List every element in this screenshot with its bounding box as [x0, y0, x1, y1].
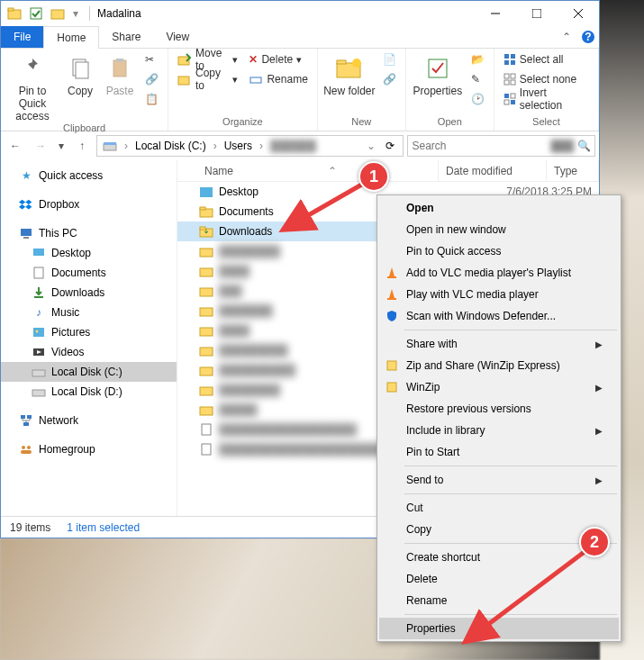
maximize-button[interactable] [516, 1, 558, 26]
ctx-delete[interactable]: Delete [379, 568, 619, 590]
move-to-button[interactable]: Move to ▾ [174, 50, 241, 68]
history-button[interactable]: 🕑 [467, 90, 488, 108]
search-box[interactable]: ███ 🔍 [407, 135, 595, 157]
folder-icon [199, 383, 213, 397]
easy-access-button[interactable]: 🔗 [379, 70, 400, 88]
navitem-quick-access[interactable]: ★Quick access [1, 166, 177, 185]
column-date[interactable]: Date modified [439, 160, 547, 181]
forward-button[interactable]: → [30, 135, 51, 157]
crumb-users[interactable]: Users [221, 136, 256, 156]
select-none-button[interactable]: Select none [500, 70, 593, 88]
tab-home[interactable]: Home [43, 26, 99, 49]
ctx-share-with[interactable]: Share with▶ [379, 333, 619, 355]
ctx-defender[interactable]: Scan with Windows Defender... [379, 305, 619, 327]
navitem-local-disk-c[interactable]: Local Disk (C:) [1, 362, 177, 382]
ribbon-group-open: Properties 📂 ✎ 🕑 Open [406, 49, 494, 131]
new-folder-button[interactable]: New folder [323, 50, 376, 97]
address-bar[interactable]: › Local Disk (C:) › Users › ██████ ⌄ ⟳ [96, 135, 404, 157]
ctx-restore[interactable]: Restore previous versions [379, 398, 619, 420]
qat-properties-icon[interactable] [28, 5, 44, 22]
paste-shortcut-button[interactable]: 📋 [141, 90, 162, 108]
ctx-include-library[interactable]: Include in library▶ [379, 420, 619, 441]
invert-selection-button[interactable]: Invert selection [500, 90, 593, 108]
qat-explorer-icon[interactable] [6, 5, 23, 22]
drive-icon[interactable] [99, 136, 121, 156]
ctx-cut[interactable]: Cut [379, 497, 619, 519]
qat-newfolder-icon[interactable] [50, 5, 66, 22]
ctx-properties[interactable]: Properties [379, 618, 619, 639]
chevron-right-icon[interactable]: › [212, 140, 219, 152]
tab-view[interactable]: View [153, 26, 202, 48]
collapse-ribbon-button[interactable]: ⌃ [556, 26, 577, 48]
navitem-videos[interactable]: Videos [1, 342, 177, 362]
up-button[interactable]: ↑ [71, 135, 93, 157]
tab-share[interactable]: Share [99, 26, 153, 48]
minimize-button[interactable] [475, 1, 516, 26]
chevron-right-icon[interactable]: › [258, 140, 265, 152]
paste-button[interactable]: Paste [102, 50, 138, 97]
navitem-pictures[interactable]: Pictures [1, 322, 177, 342]
ctx-send-to[interactable]: Send to▶ [379, 469, 619, 491]
qat-dropdown-icon[interactable]: ▾ [71, 5, 80, 22]
paste-label: Paste [106, 85, 134, 97]
ctx-pin-start[interactable]: Pin to Start [379, 441, 619, 463]
ctx-separator [404, 466, 617, 466]
delete-button[interactable]: ✕Delete ▾ [245, 50, 311, 68]
svg-rect-18 [337, 60, 346, 64]
ctx-winzip[interactable]: WinZip▶ [379, 376, 619, 398]
newfolder-label: New folder [323, 85, 375, 97]
address-dropdown-icon[interactable]: ⌄ [365, 140, 377, 152]
ctx-vlc-add[interactable]: Add to VLC media player's Playlist [379, 262, 619, 284]
vlc-icon [385, 287, 399, 302]
copy-path-button[interactable]: 🔗 [141, 70, 162, 88]
navitem-network[interactable]: Network [1, 411, 177, 430]
open-button[interactable]: 📂 [467, 50, 488, 68]
close-button[interactable] [558, 1, 599, 26]
chevron-right-icon[interactable]: › [122, 140, 130, 152]
edit-button[interactable]: ✎ [467, 70, 488, 88]
ctx-vlc-play[interactable]: Play with VLC media player [379, 284, 619, 305]
vlc-icon [385, 266, 399, 280]
properties-button[interactable]: Properties [412, 50, 464, 97]
crumb-redacted[interactable]: ██████ [267, 136, 320, 156]
rename-button[interactable]: Rename [245, 70, 311, 88]
help-button[interactable]: ? [577, 26, 599, 48]
pin-to-quick-access-button[interactable]: Pin to Quick access [6, 50, 59, 122]
dropbox-icon [19, 197, 33, 212]
network-icon [19, 413, 33, 428]
copy-to-button[interactable]: Copy to ▾ [174, 70, 241, 88]
svg-rect-47 [23, 422, 29, 426]
ctx-winzip-express[interactable]: Zip and Share (WinZip Express) [379, 355, 619, 376]
new-item-button[interactable]: 📄 [379, 50, 400, 68]
navitem-music[interactable]: ♪Music [1, 303, 177, 322]
ctx-rename[interactable]: Rename [379, 590, 619, 611]
ctx-open[interactable]: Open [379, 197, 619, 219]
column-name[interactable]: Name⌃ [177, 160, 439, 181]
homegroup-icon [19, 442, 33, 457]
navitem-dropbox[interactable]: Dropbox [1, 194, 177, 214]
crumb-localdisk[interactable]: Local Disk (C:) [132, 136, 210, 156]
select-all-button[interactable]: Select all [500, 50, 593, 68]
svg-rect-37 [33, 249, 44, 256]
copy-button[interactable]: Copy [62, 50, 98, 97]
navitem-downloads[interactable]: Downloads [1, 283, 177, 303]
cut-button[interactable]: ✂ [141, 50, 162, 68]
navitem-local-disk-d[interactable]: Local Disk (D:) [1, 382, 177, 402]
recent-locations-button[interactable]: ▾ [55, 135, 68, 157]
navitem-desktop[interactable]: Desktop [1, 243, 177, 263]
svg-rect-23 [504, 60, 509, 65]
navitem-homegroup[interactable]: Homegroup [1, 439, 177, 459]
ribbon-group-organize: Move to ▾ Copy to ▾ ✕Delete ▾ Rename Org… [168, 49, 318, 131]
navitem-this-pc[interactable]: This PC [1, 223, 177, 243]
ctx-pin-quick-access[interactable]: Pin to Quick access [379, 240, 619, 262]
ctx-open-new-window[interactable]: Open in new window [379, 219, 619, 240]
search-input[interactable] [412, 140, 547, 152]
column-type[interactable]: Type [547, 160, 599, 181]
tab-file[interactable]: File [1, 26, 43, 48]
svg-rect-33 [104, 144, 116, 150]
svg-rect-5 [532, 9, 541, 18]
back-button[interactable]: ← [5, 135, 26, 157]
svg-rect-69 [387, 361, 396, 370]
navitem-documents[interactable]: Documents [1, 263, 177, 283]
refresh-button[interactable]: ⟳ [379, 135, 401, 157]
